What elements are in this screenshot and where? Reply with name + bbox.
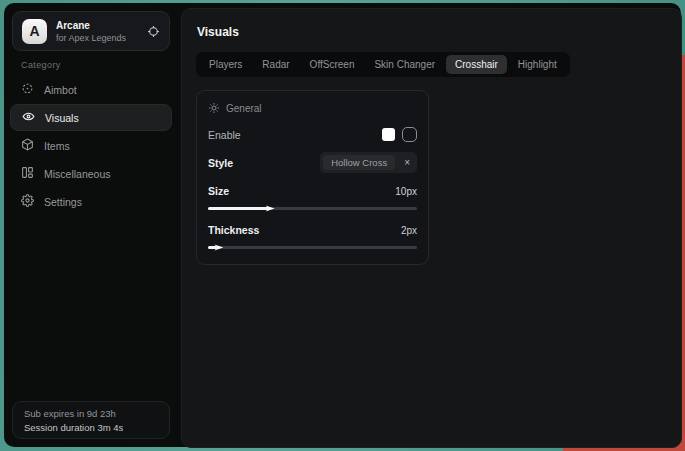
style-label: Style — [208, 157, 233, 169]
color-swatch[interactable] — [382, 128, 395, 141]
main-panel: Visuals Players Radar OffScreen Skin Cha… — [181, 8, 682, 448]
settings-gear-icon — [21, 194, 34, 209]
size-setting: Size 10px — [208, 185, 417, 212]
tab-offscreen[interactable]: OffScreen — [301, 55, 364, 74]
visuals-icon — [22, 110, 35, 125]
enable-row: Enable — [208, 127, 417, 142]
sidebar-nav: Aimbot Visuals Items — [10, 76, 172, 216]
session-duration-text: Session duration 3m 4s — [24, 422, 158, 433]
sidebar-item-label: Settings — [44, 196, 82, 208]
style-row: Style Hollow Cross × — [208, 152, 417, 173]
sidebar-item-miscellaneous[interactable]: Miscellaneous — [10, 160, 172, 187]
tab-radar[interactable]: Radar — [253, 55, 298, 74]
category-label: Category — [21, 60, 61, 70]
style-select[interactable]: Hollow Cross × — [320, 152, 417, 173]
thickness-value: 2px — [401, 225, 417, 236]
style-value-chip: Hollow Cross — [323, 155, 395, 170]
app-window: A Arcane for Apex Legends Category — [4, 3, 681, 447]
remove-style-icon[interactable]: × — [404, 158, 410, 168]
misc-icon — [21, 166, 34, 181]
target-icon[interactable] — [147, 25, 160, 38]
size-slider[interactable] — [208, 205, 417, 212]
subscription-card: Sub expires in 9d 23h Session duration 3… — [12, 401, 170, 439]
brand-subtitle: for Apex Legends — [56, 33, 147, 43]
enable-label: Enable — [208, 129, 241, 141]
sub-expires-text: Sub expires in 9d 23h — [24, 408, 158, 419]
size-value: 10px — [395, 186, 417, 197]
tab-crosshair[interactable]: Crosshair — [446, 55, 507, 74]
sidebar: A Arcane for Apex Legends Category — [4, 3, 178, 447]
items-icon — [21, 138, 34, 153]
enable-checkbox[interactable] — [402, 127, 417, 142]
brand-logo: A — [22, 19, 47, 44]
sidebar-item-label: Aimbot — [44, 84, 77, 96]
size-label: Size — [208, 185, 229, 197]
card-title: General — [226, 103, 262, 114]
general-card: General Enable Style Hollow Cross × Size — [196, 90, 429, 265]
tab-players[interactable]: Players — [200, 55, 251, 74]
tab-skin-changer[interactable]: Skin Changer — [365, 55, 444, 74]
sidebar-item-label: Items — [44, 140, 70, 152]
sidebar-item-label: Visuals — [45, 112, 79, 124]
thickness-label: Thickness — [208, 224, 259, 236]
sidebar-item-items[interactable]: Items — [10, 132, 172, 159]
sidebar-item-label: Miscellaneous — [44, 168, 111, 180]
thickness-setting: Thickness 2px — [208, 224, 417, 251]
thickness-slider[interactable] — [208, 244, 417, 251]
sidebar-item-aimbot[interactable]: Aimbot — [10, 76, 172, 103]
brand-name: Arcane — [56, 20, 147, 31]
brand-card: A Arcane for Apex Legends — [12, 11, 170, 51]
general-gear-icon — [208, 102, 220, 114]
page-title: Visuals — [197, 25, 667, 39]
sidebar-item-settings[interactable]: Settings — [10, 188, 172, 215]
tab-highlight[interactable]: Highlight — [509, 55, 566, 74]
visuals-tabbar: Players Radar OffScreen Skin Changer Cro… — [196, 52, 570, 77]
sidebar-item-visuals[interactable]: Visuals — [10, 104, 172, 131]
aimbot-icon — [21, 82, 34, 97]
